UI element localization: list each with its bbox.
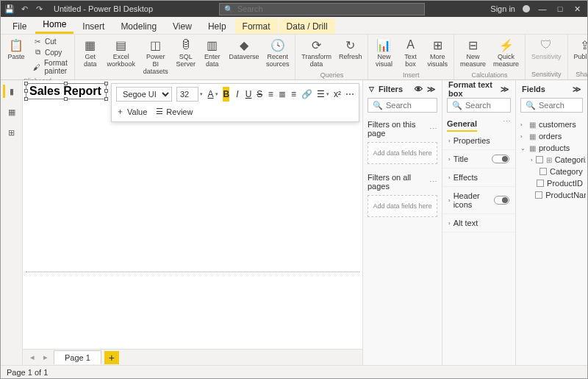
underline-button[interactable]: U: [245, 87, 251, 102]
textbox-content[interactable]: Sales Report: [29, 85, 101, 98]
text-box-button[interactable]: AText box: [399, 36, 421, 70]
more-icon[interactable]: ⋯: [429, 177, 437, 187]
copy-button[interactable]: ⧉Copy: [32, 47, 70, 57]
checkbox[interactable]: [537, 180, 544, 187]
dataverse-button[interactable]: ◆Dataverse: [228, 36, 260, 63]
resize-handle[interactable]: [104, 97, 108, 101]
field-category[interactable]: Category: [517, 166, 586, 177]
format-section-alt[interactable]: ›Alt text: [442, 214, 515, 233]
publish-button[interactable]: ⇪Publish: [573, 36, 588, 63]
table-node-products[interactable]: ⌄▦products: [517, 142, 586, 154]
format-painter-button[interactable]: 🖌Format painter: [32, 58, 70, 76]
fields-search-input[interactable]: [539, 101, 588, 110]
tab-format[interactable]: Format: [235, 18, 278, 34]
resize-handle[interactable]: [64, 97, 68, 101]
format-tab-general[interactable]: General: [447, 117, 477, 132]
format-section-header[interactable]: ›Header icons: [442, 187, 515, 214]
filters-page-drop[interactable]: Add data fields here: [368, 142, 437, 164]
collapse-icon[interactable]: ≫: [501, 85, 509, 94]
link-button[interactable]: 🔗: [301, 87, 312, 102]
bold-button[interactable]: B: [223, 87, 229, 102]
tab-home[interactable]: Home: [35, 16, 74, 34]
italic-button[interactable]: I: [234, 87, 240, 102]
get-data-button[interactable]: ▦Get data: [79, 36, 101, 70]
tab-insert[interactable]: Insert: [75, 18, 112, 34]
page-tab-1[interactable]: Page 1: [54, 350, 101, 364]
field-productid[interactable]: ProductID: [517, 177, 586, 189]
chevron-down-icon[interactable]: ▾: [326, 91, 329, 97]
collapse-icon[interactable]: ≫: [573, 85, 581, 94]
title-toggle[interactable]: [492, 155, 509, 163]
global-search-input[interactable]: [237, 4, 420, 13]
collapse-icon[interactable]: ≫: [427, 85, 436, 94]
close-icon[interactable]: ✕: [573, 4, 583, 14]
chevron-down-icon[interactable]: ▾: [200, 91, 203, 97]
filters-search[interactable]: 🔍: [368, 98, 437, 113]
resize-handle[interactable]: [104, 89, 108, 93]
field-productname[interactable]: ProductName: [517, 189, 586, 201]
tab-file[interactable]: File: [5, 18, 34, 34]
tab-view[interactable]: View: [165, 18, 199, 34]
signin-link[interactable]: Sign in: [490, 4, 515, 13]
global-search[interactable]: 🔍: [219, 3, 425, 15]
new-measure-button[interactable]: ⊟New measure: [459, 36, 487, 70]
eye-icon[interactable]: 👁: [415, 85, 423, 94]
more-button[interactable]: ⋯: [345, 87, 354, 102]
checkbox[interactable]: [539, 168, 547, 175]
recent-sources-button[interactable]: 🕓Recent sources: [265, 36, 290, 70]
format-section-properties[interactable]: ›Properties: [442, 132, 515, 150]
header-toggle[interactable]: [494, 196, 509, 205]
fields-search[interactable]: 🔍: [520, 98, 583, 113]
resize-handle[interactable]: [24, 97, 28, 101]
more-visuals-button[interactable]: ⊞More visuals: [426, 36, 449, 70]
maximize-icon[interactable]: □: [555, 4, 565, 13]
textbox-visual[interactable]: Sales Report: [26, 83, 107, 99]
enter-data-button[interactable]: ▥Enter data: [201, 36, 223, 70]
report-canvas[interactable]: Sales Report Segoe UI ▾ A▾ B I U S: [23, 80, 362, 365]
format-section-title[interactable]: ›Title: [442, 150, 515, 169]
transform-button[interactable]: ⟳Transform data: [300, 36, 333, 70]
data-view-icon[interactable]: ▦: [5, 105, 18, 118]
chevron-down-icon[interactable]: ▾: [215, 91, 218, 97]
resize-handle[interactable]: [24, 89, 28, 93]
format-section-effects[interactable]: ›Effects: [442, 169, 515, 187]
format-search[interactable]: 🔍: [447, 98, 511, 113]
minimize-icon[interactable]: —: [537, 4, 548, 13]
avatar-icon[interactable]: [523, 5, 530, 13]
checkbox[interactable]: [536, 156, 543, 163]
page-next-icon[interactable]: ▸: [40, 353, 51, 362]
add-value-button[interactable]: ＋Value: [116, 106, 147, 117]
strike-button[interactable]: S: [257, 87, 263, 102]
superscript-button[interactable]: x²: [334, 87, 341, 102]
page-prev-icon[interactable]: ◂: [27, 353, 37, 362]
resize-handle[interactable]: [24, 82, 28, 85]
save-icon[interactable]: 💾: [5, 4, 14, 13]
quick-measure-button[interactable]: ⚡Quick measure: [492, 36, 520, 70]
refresh-button[interactable]: ↻Refresh: [337, 36, 364, 63]
sql-button[interactable]: 🛢SQL Server: [175, 36, 197, 70]
font-size-input[interactable]: [176, 87, 198, 102]
align-left-button[interactable]: ≡: [268, 87, 274, 102]
more-icon[interactable]: ⋯: [429, 124, 437, 134]
report-view-icon[interactable]: ▮: [3, 85, 18, 98]
paste-button[interactable]: 📋Paste: [5, 36, 27, 63]
excel-button[interactable]: ▤Excel workbook: [106, 36, 137, 70]
list-button[interactable]: ☰: [317, 87, 325, 102]
align-right-button[interactable]: ≡: [290, 87, 297, 102]
field-categorized[interactable]: ›⊞Categorized Pro...: [517, 154, 586, 166]
new-visual-button[interactable]: 📊New visual: [373, 36, 395, 70]
redo-icon[interactable]: ↷: [35, 4, 43, 13]
checkbox[interactable]: [535, 191, 542, 199]
pbi-datasets-button[interactable]: ◫Power BI datasets: [141, 36, 171, 77]
review-button[interactable]: ☰Review: [156, 107, 193, 116]
tab-modeling[interactable]: Modeling: [113, 18, 164, 34]
cut-button[interactable]: ✂Cut: [32, 36, 70, 46]
more-icon[interactable]: ⋯: [503, 117, 511, 132]
resize-handle[interactable]: [64, 82, 68, 85]
table-node-customers[interactable]: ›▦customers: [517, 118, 586, 130]
add-page-button[interactable]: +: [104, 351, 119, 364]
filters-all-drop[interactable]: Add data fields here: [368, 195, 437, 217]
align-center-button[interactable]: ≣: [279, 87, 286, 102]
model-view-icon[interactable]: ⊞: [5, 126, 18, 139]
chevron-icon[interactable]: ▽: [369, 85, 374, 93]
